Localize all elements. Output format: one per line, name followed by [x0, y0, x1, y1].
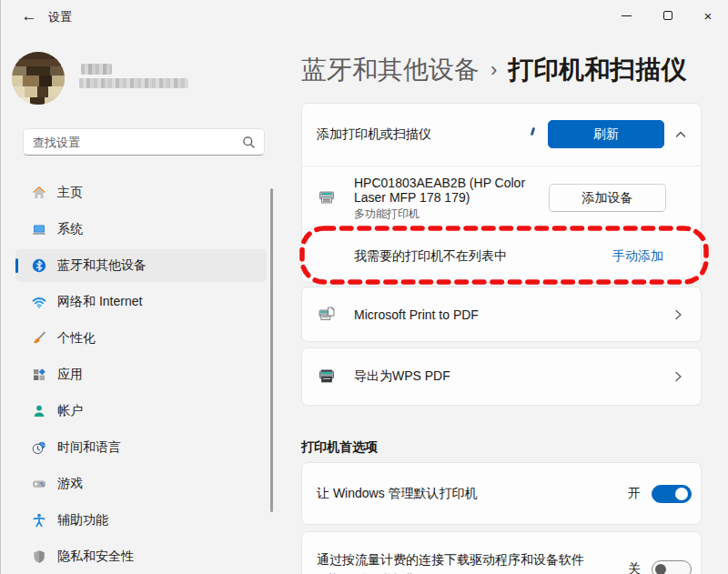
- add-device-button[interactable]: 添加设备: [549, 184, 666, 212]
- print-to-pdf-icon: [317, 305, 337, 325]
- avatar-pixelated-image: [12, 52, 65, 105]
- sidebar-item-label: 隐私和安全性: [57, 549, 134, 565]
- sidebar-item-label: 蓝牙和其他设备: [57, 257, 147, 274]
- home-icon: [32, 186, 46, 200]
- manual-add-link[interactable]: 手动添加: [612, 248, 663, 265]
- main-content: 蓝牙和其他设备›打印机和扫描仪 添加打印机或扫描仪 刷新 HPC01803AEA…: [301, 33, 702, 574]
- minimize-icon: [622, 15, 632, 16]
- sidebar-item-label: 网络和 Internet: [57, 294, 142, 310]
- sidebar-item-label: 个性化: [57, 330, 96, 347]
- settings-window: ← 设置 ×: [0, 0, 728, 574]
- app-title: 设置: [48, 9, 72, 25]
- discovered-device-row: HPC01803AEAB2B (HP Color Laser MFP 178 1…: [302, 166, 701, 228]
- sidebar-item-apps[interactable]: 应用: [15, 358, 267, 391]
- metered-download-toggle[interactable]: [652, 560, 692, 574]
- close-icon: ×: [704, 9, 713, 23]
- device-name: HPC01803AEAB2B (HP Color Laser MFP 178 1…: [354, 176, 532, 205]
- breadcrumb: 蓝牙和其他设备›打印机和扫描仪: [301, 53, 686, 87]
- sidebar-item-accessibility[interactable]: 辅助功能: [15, 504, 267, 537]
- sidebar-item-gaming[interactable]: 游戏: [15, 468, 267, 500]
- bluetooth-icon: [32, 258, 46, 273]
- back-button[interactable]: ←: [14, 4, 45, 29]
- accounts-icon: [32, 404, 46, 418]
- accessibility-icon: [32, 513, 46, 528]
- sidebar-scrollbar[interactable]: [270, 188, 273, 512]
- sidebar-item-accounts[interactable]: 帐户: [15, 395, 267, 428]
- sidebar-item-label: 应用: [57, 367, 83, 383]
- sidebar-item-network[interactable]: 网络和 Internet: [15, 286, 267, 318]
- print-to-pdf-card[interactable]: Microsoft Print to PDF: [301, 287, 702, 342]
- wps-printer-icon: [317, 367, 337, 387]
- user-name-redacted: [81, 64, 112, 75]
- busy-spinner-fragment: [531, 127, 536, 136]
- metered-download-text: 通过按流量计费的连接下载驱动程序和设备软件 可能需要收取数据费用: [317, 552, 584, 574]
- search-box: [23, 128, 265, 156]
- wps-pdf-card[interactable]: 导出为WPS PDF: [301, 347, 702, 406]
- privacy-icon: [32, 549, 46, 564]
- minimize-button[interactable]: [605, 0, 647, 31]
- avatar[interactable]: [12, 52, 65, 105]
- default-printer-card: 让 Windows 管理默认打印机 开: [301, 462, 702, 525]
- gaming-icon: [32, 477, 46, 491]
- breadcrumb-parent[interactable]: 蓝牙和其他设备: [301, 55, 480, 84]
- toggle-state-label: 关: [628, 561, 641, 574]
- maximize-button[interactable]: [647, 0, 689, 31]
- preferences-header: 打印机首选项: [301, 439, 378, 456]
- sidebar-item-label: 帐户: [57, 403, 83, 419]
- sidebar-item-label: 主页: [57, 185, 83, 201]
- default-printer-label: 让 Windows 管理默认打印机: [317, 486, 478, 502]
- sidebar-item-label: 辅助功能: [57, 512, 108, 529]
- metered-download-card: 通过按流量计费的连接下载驱动程序和设备软件 可能需要收取数据费用 关: [301, 531, 702, 574]
- printer-icon: [317, 187, 337, 207]
- personalization-icon: [32, 331, 46, 346]
- manual-add-label: 我需要的打印机不在列表中: [354, 248, 507, 265]
- apps-icon: [32, 368, 46, 382]
- default-printer-row: 让 Windows 管理默认打印机 开: [302, 463, 701, 524]
- toggle-state-label: 开: [628, 486, 641, 502]
- toggle-knob: [675, 488, 688, 500]
- toggle-group: 开: [628, 485, 692, 503]
- network-icon: [32, 295, 46, 309]
- sidebar-item-bluetooth[interactable]: 蓝牙和其他设备: [15, 249, 267, 282]
- search-input[interactable]: [33, 129, 242, 155]
- manual-add-row: 我需要的打印机不在列表中 手动添加: [302, 229, 701, 284]
- refresh-button[interactable]: 刷新: [548, 120, 664, 148]
- page-title: 打印机和扫描仪: [508, 55, 686, 84]
- titlebar: ← 设置 ×: [1, 0, 728, 33]
- sidebar-item-home[interactable]: 主页: [15, 176, 267, 209]
- add-printer-header-row: 添加打印机或扫描仪 刷新: [302, 104, 701, 166]
- maximize-icon: [663, 11, 672, 20]
- printer-row-label: 导出为WPS PDF: [354, 368, 450, 385]
- print-to-pdf-row: Microsoft Print to PDF: [302, 287, 701, 341]
- sidebar-item-privacy[interactable]: 隐私和安全性: [15, 540, 267, 573]
- sidebar-item-time-language[interactable]: 时间和语言: [15, 431, 267, 464]
- wps-pdf-row: 导出为WPS PDF: [302, 348, 701, 405]
- close-button[interactable]: ×: [687, 0, 728, 31]
- metered-download-label: 通过按流量计费的连接下载驱动程序和设备软件: [317, 552, 584, 569]
- sidebar-item-label: 系统: [57, 221, 83, 237]
- toggle-group: 关: [628, 560, 692, 574]
- device-info: HPC01803AEAB2B (HP Color Laser MFP 178 1…: [354, 176, 532, 220]
- sidebar-item-personalization[interactable]: 个性化: [15, 322, 267, 355]
- sidebar: 主页 系统 蓝牙和其他设备 网络和 Internet: [1, 33, 288, 574]
- collapse-button[interactable]: [666, 120, 695, 148]
- back-icon: ←: [22, 7, 37, 25]
- device-type: 多功能打印机: [354, 207, 532, 220]
- chevron-up-icon: [674, 128, 687, 141]
- chevron-right-icon: [666, 303, 690, 327]
- time-language-icon: [32, 440, 46, 455]
- toggle-knob: [655, 564, 666, 574]
- sidebar-item-label: 游戏: [57, 476, 83, 492]
- sidebar-item-label: 时间和语言: [57, 439, 121, 456]
- add-printer-card: 添加打印机或扫描仪 刷新 HPC01803AEAB2B (HP Color La…: [301, 103, 702, 283]
- sidebar-nav: 主页 系统 蓝牙和其他设备 网络和 Internet: [1, 176, 288, 574]
- metered-download-row: 通过按流量计费的连接下载驱动程序和设备软件 可能需要收取数据费用 关: [302, 532, 701, 574]
- system-icon: [32, 222, 46, 237]
- add-printer-title: 添加打印机或扫描仪: [317, 126, 431, 143]
- search-icon: [242, 136, 256, 149]
- chevron-right-icon: [666, 365, 690, 388]
- default-printer-toggle[interactable]: [652, 485, 692, 503]
- sidebar-item-system[interactable]: 系统: [15, 213, 267, 246]
- user-email-redacted: [79, 78, 188, 88]
- printer-row-label: Microsoft Print to PDF: [354, 307, 479, 322]
